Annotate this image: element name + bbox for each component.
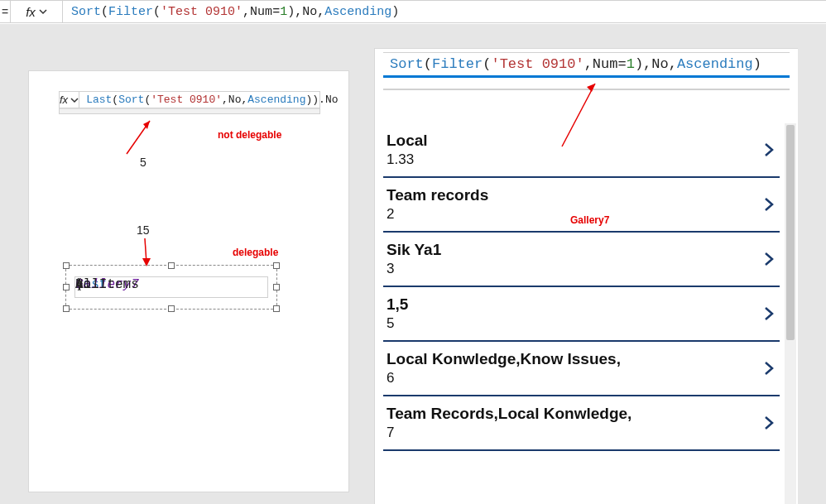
chevron-down-icon bbox=[70, 96, 79, 104]
note-delegable: delegable bbox=[233, 247, 278, 258]
chevron-right-icon[interactable] bbox=[761, 306, 776, 321]
formula-label: Last(Gallery7.AllItems).No bbox=[74, 276, 268, 298]
result-value-2: 15 bbox=[137, 223, 150, 237]
right-panel: Sort(Filter('Test 0910',Num=1),No,Ascend… bbox=[374, 48, 798, 504]
formula-code: Sort(Filter('Test 0910',Num=1),No,Ascend… bbox=[71, 5, 399, 19]
chevron-right-icon[interactable] bbox=[761, 361, 776, 376]
chevron-right-icon[interactable] bbox=[761, 252, 776, 266]
gallery-item[interactable]: Sik Ya13 bbox=[383, 233, 780, 287]
gallery-item[interactable]: Local1.33 bbox=[383, 123, 780, 178]
mini-formula-bar[interactable]: fx Last(Sort('Test 0910',No,Ascending)).… bbox=[59, 91, 320, 114]
gallery-item-subtitle: 5 bbox=[387, 315, 408, 332]
chevron-right-icon[interactable] bbox=[761, 142, 776, 157]
mini-formula-pad bbox=[60, 108, 319, 113]
selected-control[interactable]: Last(Gallery7.AllItems).No bbox=[65, 265, 277, 310]
gallery-item-subtitle: 6 bbox=[387, 370, 621, 386]
gallery-item-title: Local bbox=[387, 132, 428, 150]
formula-bar[interactable]: = fx Sort(Filter('Test 0910',Num=1),No,A… bbox=[0, 0, 826, 23]
svg-line-2 bbox=[145, 238, 146, 263]
gallery-item[interactable]: Local Konwledge,Know Issues,6 bbox=[383, 342, 780, 396]
gallery-item[interactable]: 1,55 bbox=[383, 287, 780, 342]
canvas-stage: fx Last(Sort('Test 0910',No,Ascending)).… bbox=[0, 24, 826, 504]
gallery-item-title: Team Records,Local Konwledge, bbox=[387, 405, 632, 423]
svg-marker-1 bbox=[143, 121, 150, 129]
mini-fx-dropdown[interactable]: fx bbox=[60, 92, 79, 108]
fx-dropdown[interactable]: fx bbox=[10, 1, 63, 22]
right-formula-bar[interactable]: Sort(Filter('Test 0910',Num=1),No,Ascend… bbox=[383, 52, 790, 78]
gallery-item-title: Team records bbox=[387, 186, 488, 204]
svg-line-0 bbox=[127, 121, 150, 154]
equals-label: = bbox=[0, 5, 10, 18]
result-value-1: 5 bbox=[140, 156, 146, 169]
gallery-item[interactable]: Team records2 bbox=[383, 178, 780, 233]
gallery7[interactable]: Local1.33Team records2Sik Ya131,55Local … bbox=[383, 123, 780, 504]
scrollbar-thumb[interactable] bbox=[786, 125, 795, 340]
gallery-item-title: Sik Ya1 bbox=[387, 241, 441, 259]
arrow-annotation bbox=[118, 114, 160, 156]
mini-fx-label: fx bbox=[60, 94, 68, 106]
svg-marker-5 bbox=[587, 84, 595, 92]
left-panel: fx Last(Sort('Test 0910',No,Ascending)).… bbox=[28, 70, 349, 492]
divider bbox=[383, 89, 790, 90]
gallery-item-subtitle: 3 bbox=[387, 261, 441, 277]
right-formula-code[interactable]: Sort(Filter('Test 0910',Num=1),No,Ascend… bbox=[383, 52, 790, 78]
chevron-down-icon bbox=[39, 7, 47, 16]
chevron-right-icon[interactable] bbox=[761, 415, 776, 430]
formula-input[interactable]: Sort(Filter('Test 0910',Num=1),No,Ascend… bbox=[63, 5, 826, 19]
gallery-item[interactable]: Team Records,Local Konwledge,7 bbox=[383, 396, 780, 451]
gallery-item-subtitle: 7 bbox=[387, 425, 632, 441]
fx-label: fx bbox=[26, 5, 36, 19]
gallery-item-title: Local Konwledge,Know Issues, bbox=[387, 350, 621, 368]
note-not-delegable: not delegable bbox=[218, 129, 281, 141]
chevron-right-icon[interactable] bbox=[761, 197, 776, 212]
vertical-scrollbar[interactable] bbox=[785, 123, 796, 504]
gallery-item-title: 1,5 bbox=[387, 295, 408, 314]
gallery-item-subtitle: 2 bbox=[387, 206, 488, 223]
gallery-item-subtitle: 1.33 bbox=[387, 151, 428, 168]
mini-formula-code[interactable]: Last(Sort('Test 0910',No,Ascending)).No bbox=[79, 92, 344, 108]
